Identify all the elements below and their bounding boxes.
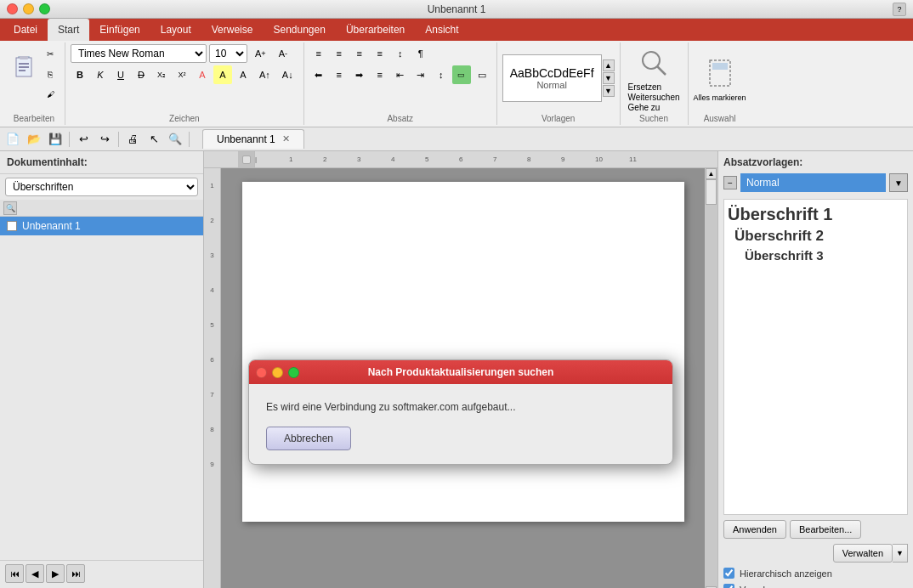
style-tree-collapse-button[interactable]: − [723, 176, 737, 189]
dialog-max-button[interactable] [288, 367, 299, 378]
strikethrough-button[interactable]: D [132, 65, 150, 84]
manage-button[interactable]: Verwalten [833, 544, 893, 563]
save-button[interactable]: 💾 [46, 130, 65, 149]
ersetzen-label[interactable]: Ersetzen [628, 82, 680, 92]
superscript-button[interactable]: X² [173, 65, 191, 84]
tab-close-button[interactable]: ✕ [282, 133, 290, 144]
font-color-button[interactable]: A [193, 65, 212, 84]
style-tree: Überschrift 1 Überschrift 2 Überschrift … [723, 199, 908, 515]
ribbon-group-bearbeiten: ✂ ⎘ 🖌 Bearbeiten [3, 42, 65, 125]
list-num-button[interactable]: ≡ [330, 44, 349, 63]
hierarchisch-checkbox[interactable] [723, 568, 734, 579]
format-btn1[interactable]: A↑ [254, 65, 275, 84]
doc-item-unbenannt1[interactable]: Unbenannt 1 [0, 217, 203, 235]
paste-button[interactable] [9, 44, 39, 88]
font-shrink-button[interactable]: A- [274, 44, 292, 63]
doc-scrollbar[interactable]: ▲ ▲ ▼ ▼ [705, 168, 717, 588]
sort-button[interactable]: ↕ [391, 44, 410, 63]
maximize-button[interactable] [39, 3, 50, 14]
indent-dec-button[interactable]: ⇤ [391, 65, 410, 84]
nav-first-button[interactable]: ⏮ [5, 564, 24, 583]
copy-button[interactable]: ⎘ [41, 65, 60, 83]
weitersuchen-label[interactable]: Weitersuchen [628, 93, 680, 102]
alles-markieren-label[interactable]: Alles markieren [694, 93, 746, 102]
align-center-button[interactable]: ≡ [330, 65, 349, 84]
underline-button[interactable]: U [111, 65, 130, 84]
tab-start[interactable]: Start [48, 19, 89, 41]
document-view-select[interactable]: Überschriften [5, 178, 198, 196]
ribbon-group-vorlagen: AaBbCcDdEeFf Normal ▲ ▼ ▼ Vorlagen [497, 42, 621, 125]
print-button[interactable]: 🖨 [123, 130, 142, 149]
align-justify-button[interactable]: ≡ [371, 65, 389, 84]
tab-sendungen[interactable]: Sendungen [263, 19, 335, 41]
align-left-button[interactable]: ⬅ [309, 65, 328, 84]
tab-einfuegen[interactable]: Einfügen [89, 19, 150, 41]
font-name-select[interactable]: Times New Roman [71, 44, 207, 63]
dialog-close-button[interactable] [256, 367, 267, 378]
tab-datei[interactable]: Datei [3, 19, 48, 41]
scroll-up-button[interactable]: ▲ [706, 168, 717, 179]
edit-button[interactable]: Bearbeiten... [790, 520, 861, 539]
font-grow-button[interactable]: A+ [250, 44, 271, 63]
nav-next-button[interactable]: ▶ [46, 564, 65, 583]
doc-area[interactable]: | 1 2 3 4 5 6 7 8 9 10 11 123456789 [204, 151, 717, 588]
subscript-button[interactable]: X₂ [152, 65, 171, 84]
border-button[interactable]: ▭ [473, 65, 491, 84]
undo-button[interactable]: ↩ [74, 130, 93, 149]
cut-button[interactable]: ✂ [41, 44, 60, 63]
new-doc-button[interactable]: 📄 [3, 130, 22, 149]
dialog-window-controls[interactable] [256, 367, 299, 378]
list-settings-button[interactable]: ≡ [371, 44, 389, 63]
align-right-button[interactable]: ➡ [350, 65, 369, 84]
zoom-button[interactable]: 🔍 [166, 130, 184, 149]
manage-dropdown-button[interactable]: ▼ [893, 544, 908, 563]
help-button[interactable]: ? [893, 3, 906, 16]
nav-last-button[interactable]: ⏭ [66, 564, 85, 583]
redo-button[interactable]: ↪ [95, 130, 114, 149]
list-bullet-button[interactable]: ≡ [309, 44, 328, 63]
style-tree-heading3[interactable]: Überschrift 3 [728, 246, 904, 264]
tab-ansicht[interactable]: Ansicht [415, 19, 468, 41]
font-size-select[interactable]: 10 [209, 44, 247, 63]
close-button[interactable] [7, 3, 18, 14]
search-panel-button[interactable]: 🔍 [3, 201, 17, 215]
svg-rect-5 [19, 70, 26, 71]
scroll-thumb[interactable] [706, 179, 717, 205]
clear-format-button[interactable]: A [234, 65, 252, 84]
tab-ueberarbeiten[interactable]: Überarbeiten [336, 19, 415, 41]
styles-expand-button[interactable]: ▼ [603, 85, 615, 97]
tab-verweise[interactable]: Verweise [201, 19, 264, 41]
pilcrow-button[interactable]: ¶ [411, 44, 430, 63]
outline-button[interactable]: ≡ [350, 44, 369, 63]
tab-layout[interactable]: Layout [150, 19, 201, 41]
style-selected[interactable]: Normal [740, 173, 886, 192]
minimize-button[interactable] [23, 3, 34, 14]
open-button[interactable]: 📂 [25, 130, 43, 149]
pointer-button[interactable]: ↖ [145, 130, 163, 149]
ruler-corner[interactable] [242, 155, 251, 164]
dialog-min-button[interactable] [272, 367, 283, 378]
style-tree-heading2[interactable]: Überschrift 2 [728, 226, 904, 246]
italic-button[interactable]: K [91, 65, 110, 84]
format-copy-button[interactable]: 🖌 [41, 85, 60, 104]
styles-up-button[interactable]: ▲ [603, 59, 615, 71]
styles-down-button[interactable]: ▼ [603, 72, 615, 84]
style-dropdown-button[interactable]: ▼ [889, 173, 908, 192]
indent-inc-button[interactable]: ⇥ [411, 65, 430, 84]
doc-tab[interactable]: Unbenannt 1 ✕ [202, 129, 304, 149]
format-btn2[interactable]: A↓ [277, 65, 298, 84]
gehe-zu-label[interactable]: Gehe zu [628, 103, 680, 112]
apply-button[interactable]: Anwenden [723, 520, 786, 539]
vorschau-checkbox[interactable] [723, 584, 734, 588]
style-tree-heading1[interactable]: Überschrift 1 [728, 203, 904, 226]
shading-button[interactable]: ▭ [452, 65, 471, 84]
line-spacing-button[interactable]: ↕ [432, 65, 451, 84]
style-preview[interactable]: AaBbCcDdEeFf Normal [502, 54, 602, 102]
dialog[interactable]: Nach Produktaktualisierungen suchen Es w… [248, 359, 673, 465]
document-page[interactable] [242, 182, 684, 522]
nav-prev-button[interactable]: ◀ [26, 564, 44, 583]
window-controls[interactable] [7, 3, 50, 14]
highlight-button[interactable]: A [213, 65, 232, 84]
dialog-cancel-button[interactable]: Abbrechen [266, 427, 351, 450]
bold-button[interactable]: B [71, 65, 89, 84]
